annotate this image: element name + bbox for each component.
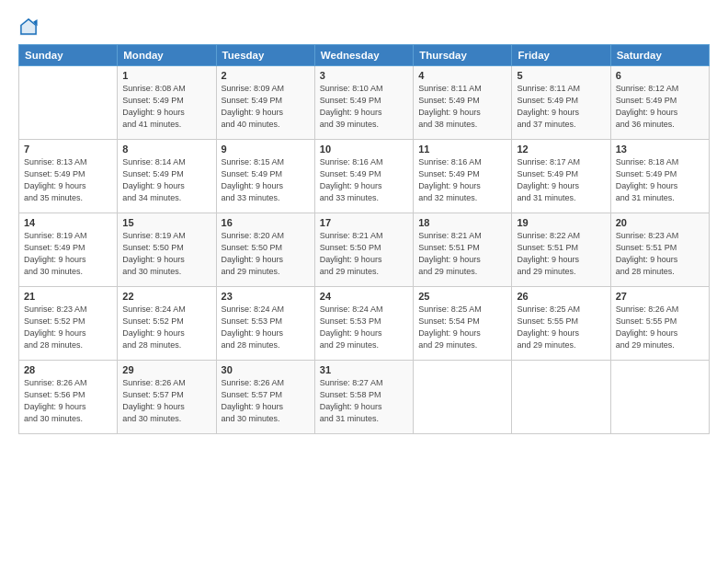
day-info: Sunrise: 8:25 AM Sunset: 5:54 PM Dayligh… bbox=[418, 304, 506, 351]
week-row-4: 21Sunrise: 8:23 AM Sunset: 5:52 PM Dayli… bbox=[19, 287, 710, 361]
week-row-5: 28Sunrise: 8:26 AM Sunset: 5:56 PM Dayli… bbox=[19, 361, 710, 434]
calendar-cell: 19Sunrise: 8:22 AM Sunset: 5:51 PM Dayli… bbox=[512, 213, 610, 287]
logo bbox=[18, 17, 41, 37]
day-number: 13 bbox=[616, 144, 704, 155]
day-info: Sunrise: 8:25 AM Sunset: 5:55 PM Dayligh… bbox=[517, 304, 605, 351]
day-info: Sunrise: 8:15 AM Sunset: 5:49 PM Dayligh… bbox=[222, 156, 310, 204]
calendar-cell: 24Sunrise: 8:24 AM Sunset: 5:53 PM Dayli… bbox=[314, 287, 413, 361]
day-info: Sunrise: 8:24 AM Sunset: 5:53 PM Dayligh… bbox=[222, 304, 310, 351]
day-number: 19 bbox=[517, 217, 605, 228]
day-number: 26 bbox=[517, 291, 605, 302]
calendar-cell: 3Sunrise: 8:10 AM Sunset: 5:49 PM Daylig… bbox=[314, 66, 413, 140]
calendar-cell: 18Sunrise: 8:21 AM Sunset: 5:51 PM Dayli… bbox=[414, 213, 512, 287]
calendar-cell: 7Sunrise: 8:13 AM Sunset: 5:49 PM Daylig… bbox=[19, 140, 118, 213]
calendar-cell: 17Sunrise: 8:21 AM Sunset: 5:50 PM Dayli… bbox=[314, 213, 413, 287]
day-info: Sunrise: 8:17 AM Sunset: 5:49 PM Dayligh… bbox=[517, 156, 605, 204]
calendar-cell bbox=[512, 361, 610, 434]
day-number: 20 bbox=[616, 217, 704, 228]
header-row: SundayMondayTuesdayWednesdayThursdayFrid… bbox=[19, 45, 710, 66]
day-info: Sunrise: 8:21 AM Sunset: 5:50 PM Dayligh… bbox=[320, 230, 408, 278]
calendar-cell: 5Sunrise: 8:11 AM Sunset: 5:49 PM Daylig… bbox=[512, 66, 610, 140]
calendar-cell bbox=[414, 361, 512, 434]
day-info: Sunrise: 8:26 AM Sunset: 5:55 PM Dayligh… bbox=[616, 304, 704, 351]
day-header-friday: Friday bbox=[512, 45, 610, 66]
day-info: Sunrise: 8:24 AM Sunset: 5:53 PM Dayligh… bbox=[320, 304, 408, 351]
day-number: 25 bbox=[418, 291, 506, 302]
logo-icon bbox=[18, 17, 39, 37]
calendar-cell: 22Sunrise: 8:24 AM Sunset: 5:52 PM Dayli… bbox=[118, 287, 216, 361]
calendar-cell: 8Sunrise: 8:14 AM Sunset: 5:49 PM Daylig… bbox=[118, 140, 216, 213]
day-number: 8 bbox=[122, 144, 210, 155]
calendar-cell: 15Sunrise: 8:19 AM Sunset: 5:50 PM Dayli… bbox=[118, 213, 216, 287]
calendar-cell: 9Sunrise: 8:15 AM Sunset: 5:49 PM Daylig… bbox=[216, 140, 314, 213]
day-info: Sunrise: 8:20 AM Sunset: 5:50 PM Dayligh… bbox=[222, 230, 310, 278]
day-number: 3 bbox=[320, 70, 408, 81]
day-number: 23 bbox=[222, 291, 310, 302]
day-number: 2 bbox=[222, 70, 310, 81]
day-info: Sunrise: 8:16 AM Sunset: 5:49 PM Dayligh… bbox=[418, 156, 506, 204]
day-header-thursday: Thursday bbox=[414, 45, 512, 66]
calendar-container: SundayMondayTuesdayWednesdayThursdayFrid… bbox=[0, 0, 728, 563]
calendar-cell: 13Sunrise: 8:18 AM Sunset: 5:49 PM Dayli… bbox=[610, 140, 709, 213]
day-number: 11 bbox=[418, 144, 506, 155]
calendar-cell: 10Sunrise: 8:16 AM Sunset: 5:49 PM Dayli… bbox=[314, 140, 413, 213]
day-number: 17 bbox=[320, 217, 408, 228]
day-number: 31 bbox=[320, 364, 408, 375]
day-number: 6 bbox=[616, 70, 704, 81]
day-info: Sunrise: 8:11 AM Sunset: 5:49 PM Dayligh… bbox=[517, 83, 605, 131]
day-number: 5 bbox=[517, 70, 605, 81]
calendar-cell: 31Sunrise: 8:27 AM Sunset: 5:58 PM Dayli… bbox=[314, 361, 413, 434]
day-info: Sunrise: 8:27 AM Sunset: 5:58 PM Dayligh… bbox=[320, 377, 408, 425]
header bbox=[18, 17, 710, 37]
day-number: 7 bbox=[24, 144, 112, 155]
calendar-cell: 21Sunrise: 8:23 AM Sunset: 5:52 PM Dayli… bbox=[19, 287, 118, 361]
day-info: Sunrise: 8:13 AM Sunset: 5:49 PM Dayligh… bbox=[24, 156, 112, 204]
day-number: 29 bbox=[122, 364, 210, 375]
day-info: Sunrise: 8:18 AM Sunset: 5:49 PM Dayligh… bbox=[616, 156, 704, 204]
day-info: Sunrise: 8:26 AM Sunset: 5:56 PM Dayligh… bbox=[24, 377, 112, 425]
day-info: Sunrise: 8:22 AM Sunset: 5:51 PM Dayligh… bbox=[517, 230, 605, 278]
day-number: 18 bbox=[418, 217, 506, 228]
calendar-cell: 2Sunrise: 8:09 AM Sunset: 5:49 PM Daylig… bbox=[216, 66, 314, 140]
day-number: 30 bbox=[222, 364, 310, 375]
day-number: 4 bbox=[418, 70, 506, 81]
calendar-cell: 26Sunrise: 8:25 AM Sunset: 5:55 PM Dayli… bbox=[512, 287, 610, 361]
day-info: Sunrise: 8:26 AM Sunset: 5:57 PM Dayligh… bbox=[222, 377, 310, 425]
day-header-saturday: Saturday bbox=[610, 45, 709, 66]
day-info: Sunrise: 8:14 AM Sunset: 5:49 PM Dayligh… bbox=[122, 156, 210, 204]
day-header-monday: Monday bbox=[118, 45, 216, 66]
day-info: Sunrise: 8:12 AM Sunset: 5:49 PM Dayligh… bbox=[616, 83, 704, 131]
calendar-cell: 1Sunrise: 8:08 AM Sunset: 5:49 PM Daylig… bbox=[118, 66, 216, 140]
week-row-3: 14Sunrise: 8:19 AM Sunset: 5:49 PM Dayli… bbox=[19, 213, 710, 287]
day-info: Sunrise: 8:19 AM Sunset: 5:50 PM Dayligh… bbox=[122, 230, 210, 278]
day-number: 27 bbox=[616, 291, 704, 302]
calendar-cell: 20Sunrise: 8:23 AM Sunset: 5:51 PM Dayli… bbox=[610, 213, 709, 287]
day-info: Sunrise: 8:09 AM Sunset: 5:49 PM Dayligh… bbox=[222, 83, 310, 131]
day-number: 9 bbox=[222, 144, 310, 155]
calendar-cell: 25Sunrise: 8:25 AM Sunset: 5:54 PM Dayli… bbox=[414, 287, 512, 361]
day-header-sunday: Sunday bbox=[19, 45, 118, 66]
day-info: Sunrise: 8:23 AM Sunset: 5:52 PM Dayligh… bbox=[24, 304, 112, 351]
day-number: 28 bbox=[24, 364, 112, 375]
day-info: Sunrise: 8:26 AM Sunset: 5:57 PM Dayligh… bbox=[122, 377, 210, 425]
calendar-cell bbox=[19, 66, 118, 140]
day-header-wednesday: Wednesday bbox=[314, 45, 413, 66]
day-info: Sunrise: 8:16 AM Sunset: 5:49 PM Dayligh… bbox=[320, 156, 408, 204]
day-number: 10 bbox=[320, 144, 408, 155]
day-number: 21 bbox=[24, 291, 112, 302]
day-info: Sunrise: 8:11 AM Sunset: 5:49 PM Dayligh… bbox=[418, 83, 506, 131]
calendar-cell: 14Sunrise: 8:19 AM Sunset: 5:49 PM Dayli… bbox=[19, 213, 118, 287]
calendar-cell: 23Sunrise: 8:24 AM Sunset: 5:53 PM Dayli… bbox=[216, 287, 314, 361]
calendar-cell: 28Sunrise: 8:26 AM Sunset: 5:56 PM Dayli… bbox=[19, 361, 118, 434]
day-info: Sunrise: 8:21 AM Sunset: 5:51 PM Dayligh… bbox=[418, 230, 506, 278]
day-info: Sunrise: 8:08 AM Sunset: 5:49 PM Dayligh… bbox=[122, 83, 210, 131]
calendar-cell: 11Sunrise: 8:16 AM Sunset: 5:49 PM Dayli… bbox=[414, 140, 512, 213]
calendar-cell bbox=[610, 361, 709, 434]
calendar-cell: 29Sunrise: 8:26 AM Sunset: 5:57 PM Dayli… bbox=[118, 361, 216, 434]
week-row-2: 7Sunrise: 8:13 AM Sunset: 5:49 PM Daylig… bbox=[19, 140, 710, 213]
day-header-tuesday: Tuesday bbox=[216, 45, 314, 66]
calendar-table: SundayMondayTuesdayWednesdayThursdayFrid… bbox=[18, 44, 710, 434]
day-info: Sunrise: 8:23 AM Sunset: 5:51 PM Dayligh… bbox=[616, 230, 704, 278]
calendar-cell: 6Sunrise: 8:12 AM Sunset: 5:49 PM Daylig… bbox=[610, 66, 709, 140]
calendar-cell: 27Sunrise: 8:26 AM Sunset: 5:55 PM Dayli… bbox=[610, 287, 709, 361]
